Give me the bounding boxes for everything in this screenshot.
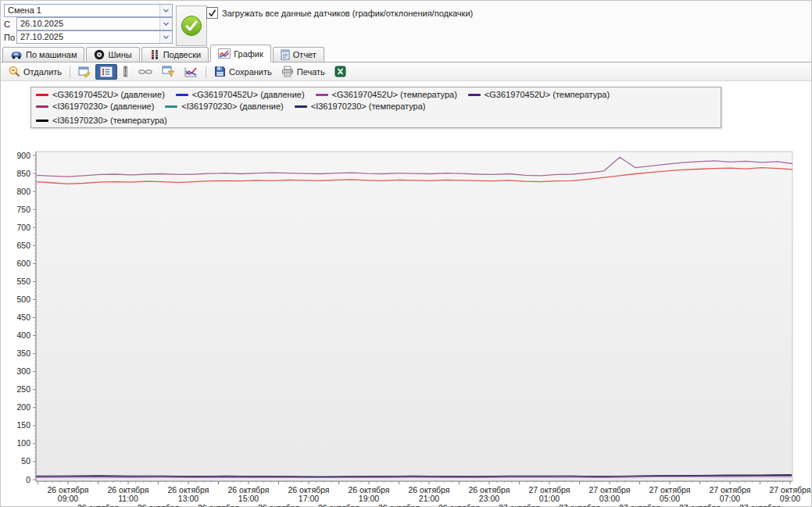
svg-text:26 октября: 26 октября bbox=[318, 503, 359, 507]
date-from-row: С 26.10.2025 bbox=[4, 18, 173, 30]
svg-text:07:00: 07:00 bbox=[720, 494, 740, 503]
date-from-label: С bbox=[4, 20, 16, 29]
tab-label: По машинам bbox=[26, 50, 77, 59]
legend-swatch bbox=[36, 94, 48, 96]
legend-toggle-button[interactable] bbox=[95, 64, 117, 80]
apply-button[interactable] bbox=[181, 15, 202, 37]
tab-chart[interactable]: График bbox=[210, 45, 271, 62]
svg-text:50: 50 bbox=[21, 456, 30, 466]
print-button[interactable]: Печать bbox=[277, 63, 330, 80]
legend-label: <I361970230> (температура) bbox=[311, 102, 426, 111]
legend-swatch bbox=[36, 105, 48, 108]
svg-text:26 октября: 26 октября bbox=[258, 503, 299, 507]
svg-text:01:00: 01:00 bbox=[539, 494, 560, 503]
tab-label: График bbox=[234, 49, 263, 59]
filter-button[interactable] bbox=[157, 63, 180, 80]
date-from-value: 26.10.2025 bbox=[17, 18, 159, 30]
legend-item[interactable]: <G361970452U> (температура) bbox=[468, 90, 610, 99]
svg-text:26 октября: 26 октября bbox=[438, 503, 480, 507]
tab-tires[interactable]: Шины bbox=[86, 47, 139, 62]
window-settings-button[interactable] bbox=[73, 63, 95, 80]
svg-text:200: 200 bbox=[16, 402, 30, 412]
trend-lines-button[interactable] bbox=[180, 64, 202, 80]
legend-swatch bbox=[36, 120, 48, 122]
svg-text:650: 650 bbox=[16, 241, 30, 250]
load-all-checkbox[interactable]: Загружать все данные датчиков (график/от… bbox=[206, 7, 473, 19]
filter-panel: Смена 1 С 26.10.2025 По 27.10. bbox=[1, 1, 811, 45]
legend-item[interactable]: <I361970230> (давление) bbox=[165, 102, 283, 111]
vertical-scale-button[interactable] bbox=[117, 63, 134, 80]
legend-label: <G361970452U> (температура) bbox=[332, 90, 457, 99]
svg-text:15:00: 15:00 bbox=[238, 494, 259, 503]
excel-export-button[interactable] bbox=[330, 63, 351, 80]
trend-lines-icon bbox=[184, 66, 198, 77]
date-to-row: По 27.10.2025 bbox=[4, 31, 173, 43]
svg-text:550: 550 bbox=[16, 277, 30, 286]
legend-item[interactable]: <I361970230> (давление) bbox=[36, 102, 154, 111]
svg-text:500: 500 bbox=[16, 295, 30, 304]
green-check-icon bbox=[181, 15, 202, 37]
svg-text:100: 100 bbox=[16, 438, 30, 448]
tire-icon bbox=[94, 49, 105, 60]
svg-text:09:00: 09:00 bbox=[780, 494, 800, 503]
svg-text:400: 400 bbox=[16, 330, 30, 340]
svg-text:27 октября: 27 октября bbox=[499, 503, 540, 507]
legend-item[interactable]: <G361970452U> (температура) bbox=[316, 90, 457, 99]
date-to-label: По bbox=[4, 33, 16, 42]
print-label: Печать bbox=[297, 66, 325, 77]
link-axes-button[interactable] bbox=[134, 66, 157, 78]
tab-label: Шины bbox=[108, 50, 131, 59]
svg-text:03:00: 03:00 bbox=[599, 494, 620, 503]
svg-text:26 октября: 26 октября bbox=[138, 503, 179, 507]
filter-icon bbox=[162, 66, 175, 77]
chevron-down-icon[interactable] bbox=[159, 5, 172, 16]
chart-legend: <G361970452U> (давление) <G361970452U> (… bbox=[30, 87, 721, 128]
svg-text:27 октября: 27 октября bbox=[619, 503, 660, 507]
date-from-select[interactable]: 26.10.2025 bbox=[16, 17, 173, 30]
tab-report[interactable]: Отчет bbox=[273, 47, 324, 62]
chart-area: <G361970452U> (давление) <G361970452U> (… bbox=[1, 87, 811, 507]
car-icon bbox=[10, 50, 23, 59]
legend-item[interactable]: <G361970452U> (давление) bbox=[36, 90, 165, 99]
shift-select[interactable]: Смена 1 bbox=[4, 4, 173, 17]
save-button[interactable]: Сохранить bbox=[209, 63, 277, 80]
legend-label: <G361970452U> (температура) bbox=[485, 90, 610, 99]
svg-text:700: 700 bbox=[16, 223, 30, 232]
svg-text:27 октября: 27 октября bbox=[559, 503, 600, 507]
toolbar-separator bbox=[206, 66, 206, 78]
toolbar-separator bbox=[70, 66, 70, 78]
tab-suspensions[interactable]: Подвески bbox=[141, 47, 209, 62]
svg-text:300: 300 bbox=[16, 366, 30, 376]
app-window: Смена 1 С 26.10.2025 По 27.10. bbox=[0, 0, 812, 507]
date-to-value: 27.10.2025 bbox=[17, 31, 159, 43]
svg-text:150: 150 bbox=[16, 420, 30, 430]
svg-text:26 октября: 26 октября bbox=[77, 503, 119, 507]
chevron-down-icon[interactable] bbox=[159, 18, 172, 30]
tab-by-machines[interactable]: По машинам bbox=[2, 47, 84, 62]
svg-text:450: 450 bbox=[16, 312, 30, 322]
legend-label: <G361970452U> (давление) bbox=[192, 90, 305, 99]
date-to-select[interactable]: 27.10.2025 bbox=[16, 30, 173, 44]
svg-text:21:00: 21:00 bbox=[419, 494, 439, 503]
zoom-out-label: Отдалить bbox=[23, 66, 62, 77]
pressure-temperature-chart[interactable]: 0501001502002503003504004505005506006507… bbox=[1, 130, 811, 507]
svg-text:09:00: 09:00 bbox=[58, 494, 78, 503]
legend-swatch bbox=[468, 94, 481, 96]
svg-text:850: 850 bbox=[16, 169, 30, 178]
legend-item[interactable]: <I361970230> (температура) bbox=[295, 102, 426, 111]
excel-icon bbox=[334, 66, 346, 77]
svg-text:27 октября: 27 октября bbox=[679, 503, 721, 507]
save-icon bbox=[214, 66, 226, 77]
legend-item[interactable]: <G361970452U> (давление) bbox=[176, 90, 305, 99]
suspension-icon bbox=[149, 49, 160, 60]
tab-strip: По машинам Шины Подвески График Отчет bbox=[1, 45, 811, 62]
svg-text:17:00: 17:00 bbox=[299, 494, 319, 503]
shift-value: Смена 1 bbox=[5, 5, 159, 16]
link-axes-icon bbox=[138, 68, 152, 76]
legend-item[interactable]: <I361970230> (температура) bbox=[36, 116, 167, 125]
zoom-out-icon bbox=[9, 66, 20, 77]
svg-text:750: 750 bbox=[16, 205, 30, 214]
chevron-down-icon[interactable] bbox=[159, 31, 172, 43]
svg-text:350: 350 bbox=[16, 348, 30, 358]
zoom-out-button[interactable]: Отдалить bbox=[4, 63, 66, 80]
